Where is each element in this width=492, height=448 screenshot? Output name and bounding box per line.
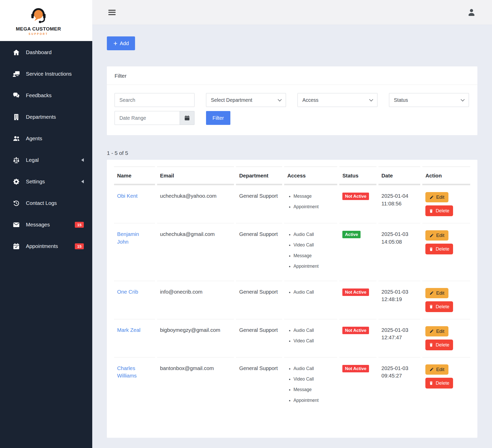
delete-button[interactable]: Delete [425,244,453,254]
access-cell: MessageAppointment [284,185,337,223]
status-badge: Active [342,231,361,238]
trash-icon [429,247,433,251]
column-header-access: Access [284,166,337,185]
sidebar-item-agents[interactable]: Agents [0,128,92,149]
sidebar-item-label: Appointments [26,243,58,249]
status-cell: Not Active [339,281,376,319]
sidebar-menu: Dashboard Service Instructions Feedbacks… [0,41,92,257]
main-area: Add Filter Select Department [92,0,492,448]
hamburger-menu-button[interactable] [108,8,116,16]
sidebar-item-label: Legal [26,157,39,163]
date-cell: 2025-01-03 14:05:08 [378,223,421,281]
access-list: Audio CallVideo Call [287,327,334,344]
logo-area: MEGA CUSTOMER SUPPORT [0,0,92,41]
pencil-icon [429,329,434,333]
delete-button-label: Delete [436,342,449,348]
action-cell: Edit Delete [422,357,470,415]
edit-button[interactable]: Edit [425,192,448,202]
sidebar-item-label: Agents [26,135,42,142]
sidebar-item-messages[interactable]: Messages 15 [0,214,92,235]
logo-text-line1: MEGA CUSTOMER [16,26,61,32]
sidebar-item-legal[interactable]: Legal [0,149,92,171]
calendar-picker-button[interactable] [180,111,194,125]
delete-button[interactable]: Delete [425,301,453,312]
column-header-action: Action [422,166,470,185]
name-cell: Mark Zeal [114,319,155,357]
sidebar-item-settings[interactable]: Settings [0,171,92,192]
sidebar-item-label: Departments [26,114,56,120]
messages-count-badge: 15 [75,222,84,228]
status-select[interactable]: Status [389,93,469,107]
envelope-icon [13,221,22,228]
access-item: Message [293,253,334,259]
access-select[interactable]: Access [298,93,377,107]
email-cell: bigboymegzy@gmail.com [157,319,234,357]
column-header-department: Department [236,166,282,185]
access-list: Audio Call [287,289,334,295]
access-list: Audio CallVideo CallMessageAppointment [287,365,334,404]
scales-icon [13,156,22,164]
access-item: Video Call [293,242,334,248]
department-cell: General Support [236,223,282,281]
filter-submit-button[interactable]: Filter [206,111,230,125]
agent-department: General Support [239,365,278,371]
agent-name-link[interactable]: Obi Kent [117,193,138,199]
department-select[interactable]: Select Department [206,93,286,107]
sidebar-item-label: Feedbacks [26,92,52,98]
access-cell: Audio CallVideo Call [284,319,337,357]
access-select-wrap: Access [298,93,377,107]
sidebar-item-service-instructions[interactable]: Service Instructions [0,63,92,85]
edit-button[interactable]: Edit [425,288,448,298]
edit-button[interactable]: Edit [425,230,448,241]
delete-button[interactable]: Delete [425,340,453,350]
sidebar-item-label: Dashboard [26,49,52,55]
sidebar-item-label: Settings [26,178,45,185]
sidebar-item-departments[interactable]: Departments [0,106,92,128]
access-item: Video Call [293,338,334,344]
table-row: Benjamin John uchechuka@gmail.com Genera… [114,223,470,281]
agent-name-link[interactable]: Charles Williams [117,365,137,379]
date-cell: 2025-01-04 11:08:56 [378,185,421,223]
sidebar-item-contact-logs[interactable]: Contact Logs [0,192,92,214]
agent-name-link[interactable]: Benjamin John [117,231,139,245]
agent-name-link[interactable]: One Crib [117,289,138,295]
sidebar-item-label: Contact Logs [26,200,57,206]
delete-button[interactable]: Delete [425,378,453,389]
action-cell: Edit Delete [422,281,470,319]
email-cell: uchechuka@gmail.com [157,223,234,281]
date-range-input[interactable] [115,111,180,125]
add-button[interactable]: Add [107,36,135,50]
sidebar-item-feedbacks[interactable]: Feedbacks [0,85,92,106]
agent-name-link[interactable]: Mark Zeal [117,327,140,333]
user-icon [467,8,476,17]
add-button-label: Add [120,41,129,46]
table-row: One Crib info@onecrib.com General Suppor… [114,281,470,319]
department-cell: General Support [236,281,282,319]
name-cell: One Crib [114,281,155,319]
email-cell: uchechuka@yahoo.com [157,185,234,223]
agent-email: bantonbox@gmail.com [160,365,214,371]
edit-button-label: Edit [436,328,444,334]
delete-button[interactable]: Delete [425,205,453,216]
status-badge: Not Active [342,288,369,296]
agent-time: 09:45:27 [382,372,417,380]
sidebar-item-appointments[interactable]: Appointments 15 [0,235,92,257]
app-logo[interactable]: MEGA CUSTOMER SUPPORT [16,6,61,35]
user-avatar-button[interactable] [466,7,477,17]
access-cell: Audio Call [284,281,337,319]
chevron-left-icon [81,180,84,183]
edit-button[interactable]: Edit [425,364,448,375]
name-cell: Benjamin John [114,223,155,281]
department-cell: General Support [236,185,282,223]
sidebar-item-dashboard[interactable]: Dashboard [0,42,92,63]
search-input[interactable] [115,93,194,107]
sidebar-item-label: Service Instructions [26,71,72,77]
status-badge: Not Active [342,327,369,334]
access-item: Appointment [293,204,334,210]
edit-button[interactable]: Edit [425,326,448,336]
trash-icon [429,209,433,213]
agent-time: 14:05:08 [382,238,417,246]
date-cell: 2025-01-03 09:45:27 [378,357,421,415]
agent-time: 12:47:47 [382,334,417,341]
status-cell: Not Active [339,185,376,223]
